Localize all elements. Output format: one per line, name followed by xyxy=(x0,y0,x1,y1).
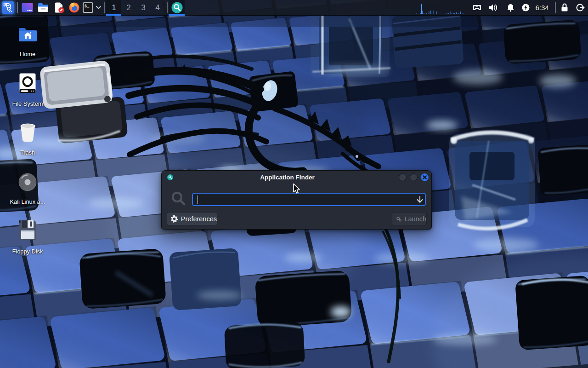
svg-text:$_: $_ xyxy=(85,4,90,9)
